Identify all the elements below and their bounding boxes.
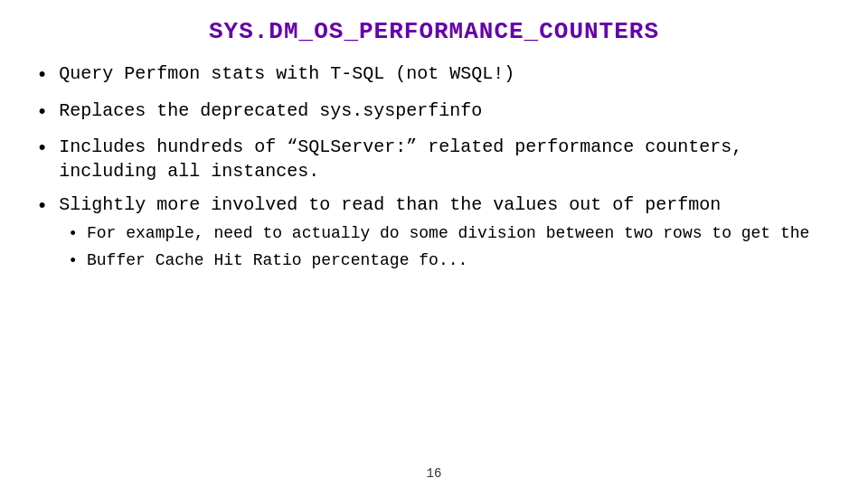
bullet-text-4: Slightly more involved to read than the … — [59, 192, 832, 276]
sub-bullet-item-2: • Buffer Cache Hit Ratio percentage fo..… — [68, 249, 832, 272]
slide-container: SYS.DM_OS_PERFORMANCE_COUNTERS • Query P… — [0, 0, 868, 488]
bullet-dot-3: • — [36, 136, 48, 163]
bullet-text-2: Replaces the deprecated sys.sysperfinfo — [59, 99, 832, 123]
bullet-item-4: • Slightly more involved to read than th… — [36, 192, 832, 276]
sub-bullet-list: • For example, need to actually do some … — [68, 222, 832, 272]
slide-title: SYS.DM_OS_PERFORMANCE_COUNTERS — [36, 18, 832, 45]
sub-bullet-dot-1: • — [68, 223, 78, 245]
bullet-text-3: Includes hundreds of “SQLServer:” relate… — [59, 135, 832, 183]
sub-bullet-dot-2: • — [68, 250, 78, 272]
bullet-item-3: • Includes hundreds of “SQLServer:” rela… — [36, 135, 832, 183]
bullet-dot-4: • — [36, 193, 48, 221]
bullet-dot-2: • — [36, 99, 48, 127]
bullet-item-2: • Replaces the deprecated sys.sysperfinf… — [36, 99, 832, 127]
bullet-item-1: • Query Perfmon stats with T-SQL (not WS… — [36, 61, 832, 89]
main-bullet-list: • Query Perfmon stats with T-SQL (not WS… — [36, 61, 832, 285]
bullet-dot-1: • — [36, 62, 48, 89]
sub-bullet-item-1: • For example, need to actually do some … — [68, 222, 832, 245]
page-number: 16 — [427, 466, 442, 481]
bullet-text-1: Query Perfmon stats with T-SQL (not WSQL… — [59, 61, 832, 86]
sub-bullet-text-2: Buffer Cache Hit Ratio percentage fo... — [87, 249, 832, 271]
sub-bullet-text-1: For example, need to actually do some di… — [87, 222, 832, 244]
